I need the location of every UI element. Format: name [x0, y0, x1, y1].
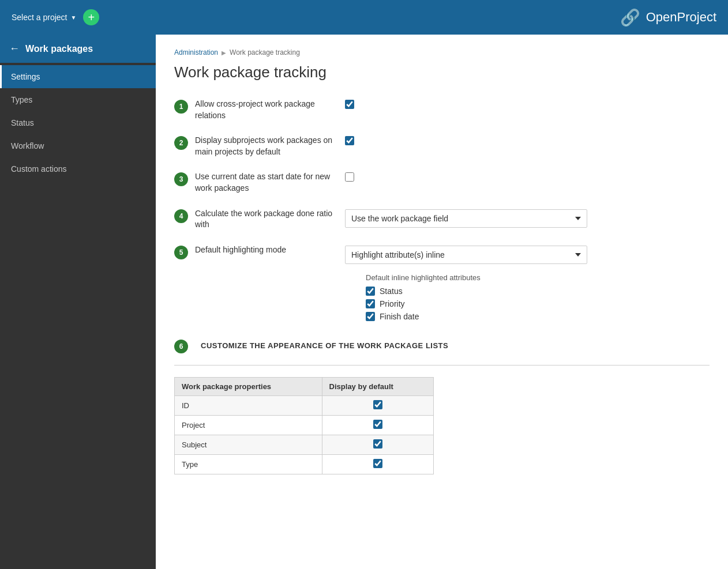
- top-header: Select a project ▼ + 🔗 OpenProject: [0, 0, 728, 35]
- setting-control-5: Highlight attribute(s) inline Highlight …: [345, 244, 587, 325]
- setting-control-2: [345, 135, 354, 145]
- logo-icon: 🔗: [620, 8, 640, 27]
- checkbox-finish-date-attr[interactable]: [366, 312, 375, 321]
- done-ratio-dropdown[interactable]: Use the work package field Use the statu…: [345, 209, 587, 228]
- section6-title: CUSTOMIZE THE APPEARANCE OF THE WORK PAC…: [201, 341, 448, 350]
- inline-attr-finish-date: Finish date: [366, 312, 587, 321]
- sidebar-item-label: Workflow: [11, 141, 44, 150]
- table-row: Project: [175, 415, 434, 435]
- setting-row-1: 1 Allow cross-project work package relat…: [174, 99, 710, 121]
- breadcrumb: Administration ▶ Work package tracking: [174, 48, 710, 56]
- checkbox-type[interactable]: [373, 459, 382, 468]
- sidebar-item-settings[interactable]: Settings: [0, 65, 156, 88]
- breadcrumb-current: Work package tracking: [230, 48, 300, 56]
- project-selector-label: Select a project: [12, 13, 67, 22]
- section6-divider: [174, 365, 710, 365]
- sidebar-item-workflow[interactable]: Workflow: [0, 134, 156, 157]
- sidebar-item-label: Status: [11, 118, 34, 127]
- sidebar-item-label: Custom actions: [11, 164, 66, 174]
- setting-control-3: [345, 171, 354, 182]
- table-row: Type: [175, 454, 434, 474]
- setting-label-5: Default highlighting mode: [195, 244, 345, 256]
- sidebar-header: ← Work packages: [0, 35, 156, 63]
- step-badge-1: 1: [174, 100, 188, 114]
- setting-control-1: [345, 99, 354, 109]
- table-cell-checkbox: [322, 454, 433, 474]
- sidebar-title: Work packages: [25, 44, 93, 54]
- checkbox-subprojects[interactable]: [345, 136, 354, 145]
- logo: 🔗 OpenProject: [620, 8, 716, 27]
- logo-text: OpenProject: [646, 10, 716, 25]
- checkbox-status-attr[interactable]: [366, 287, 375, 296]
- setting-label-3: Use current date as start date for new w…: [195, 171, 345, 194]
- inline-attrs-title: Default inline highlighted attributes: [366, 273, 587, 282]
- highlighting-mode-dropdown[interactable]: Highlight attribute(s) inline Highlight …: [345, 246, 587, 264]
- setting-control-4: Use the work package field Use the statu…: [345, 208, 587, 228]
- table-cell-checkbox: [322, 395, 433, 415]
- inline-attr-status-label: Status: [380, 287, 403, 296]
- table-header-row: Work package properties Display by defau…: [175, 377, 434, 395]
- sidebar-item-status[interactable]: Status: [0, 111, 156, 134]
- inline-attrs-section: Default inline highlighted attributes St…: [366, 273, 587, 325]
- step-badge-4: 4: [174, 209, 188, 223]
- main-content: Administration ▶ Work package tracking W…: [156, 35, 728, 569]
- sidebar-item-types[interactable]: Types: [0, 88, 156, 111]
- table-cell-property: ID: [175, 395, 322, 415]
- step-badge-5: 5: [174, 246, 188, 259]
- table-cell-checkbox: [322, 415, 433, 435]
- sidebar-nav: Settings Types Status Workflow Custom ac…: [0, 63, 156, 180]
- back-arrow-icon[interactable]: ←: [9, 43, 20, 55]
- layout: ← Work packages Settings Types Status Wo…: [0, 35, 728, 569]
- table-cell-property: Project: [175, 415, 322, 435]
- checkbox-cross-project[interactable]: [345, 100, 354, 109]
- section6-header: 6 CUSTOMIZE THE APPEARANCE OF THE WORK P…: [174, 338, 710, 353]
- inline-attr-priority-label: Priority: [380, 299, 405, 308]
- checkbox-priority-attr[interactable]: [366, 299, 375, 308]
- step-badge-6: 6: [174, 340, 188, 353]
- setting-label-1: Allow cross-project work package relatio…: [195, 99, 345, 121]
- sidebar-item-label: Types: [11, 95, 32, 104]
- inline-attr-finish-date-label: Finish date: [380, 312, 419, 321]
- checkbox-current-date[interactable]: [345, 172, 354, 182]
- setting-row-2: 2 Display subprojects work packages on m…: [174, 135, 710, 157]
- step-badge-3: 3: [174, 172, 188, 186]
- wp-properties-table: Work package properties Display by defau…: [174, 377, 434, 474]
- step-badge-2: 2: [174, 136, 188, 150]
- table-cell-checkbox: [322, 435, 433, 454]
- setting-label-2: Display subprojects work packages on mai…: [195, 135, 345, 157]
- setting-row-4: 4 Calculate the work package done ratio …: [174, 208, 710, 231]
- setting-row-5: 5 Default highlighting mode Highlight at…: [174, 244, 710, 325]
- checkbox-subject[interactable]: [373, 439, 382, 449]
- add-project-button[interactable]: +: [83, 9, 99, 25]
- sidebar-item-custom-actions[interactable]: Custom actions: [0, 157, 156, 180]
- header-left: Select a project ▼ +: [12, 9, 99, 25]
- breadcrumb-admin-link[interactable]: Administration: [174, 48, 218, 56]
- table-row: ID: [175, 395, 434, 415]
- table-cell-property: Subject: [175, 435, 322, 454]
- sidebar: ← Work packages Settings Types Status Wo…: [0, 35, 156, 569]
- inline-attr-priority: Priority: [366, 299, 587, 308]
- project-selector[interactable]: Select a project ▼: [12, 13, 76, 22]
- table-row: Subject: [175, 435, 434, 454]
- setting-row-3: 3 Use current date as start date for new…: [174, 171, 710, 194]
- sidebar-item-label: Settings: [11, 72, 40, 81]
- page-title: Work package tracking: [174, 63, 710, 81]
- inline-attr-status: Status: [366, 287, 587, 296]
- section6-container: 6 CUSTOMIZE THE APPEARANCE OF THE WORK P…: [174, 338, 710, 365]
- table-header-display: Display by default: [322, 377, 433, 395]
- setting-label-4: Calculate the work package done ratio wi…: [195, 208, 345, 231]
- chevron-down-icon: ▼: [71, 14, 77, 21]
- table-cell-property: Type: [175, 454, 322, 474]
- checkbox-id[interactable]: [373, 400, 382, 409]
- checkbox-project[interactable]: [373, 420, 382, 429]
- breadcrumb-separator: ▶: [222, 50, 226, 56]
- table-header-properties: Work package properties: [175, 377, 322, 395]
